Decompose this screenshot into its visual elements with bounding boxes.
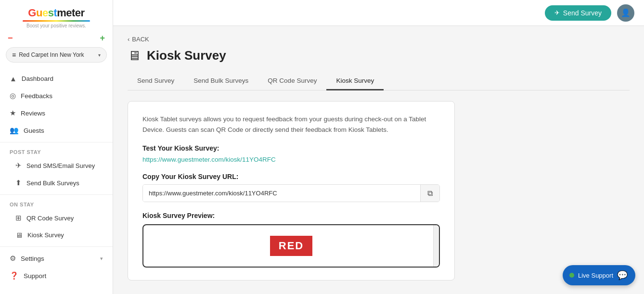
chevron-left-icon: ‹ bbox=[128, 36, 129, 43]
main-content: ✈ Send Survey 👤 ‹ BACK 🖥 Kiosk Survey Se… bbox=[113, 0, 644, 294]
upload-icon: ⬆ bbox=[15, 179, 22, 187]
sidebar-item-qr-code-survey[interactable]: ⊞ QR Code Survey bbox=[0, 209, 113, 227]
sidebar-item-guests[interactable]: 👥 Guests bbox=[0, 122, 113, 139]
qr-icon: ⊞ bbox=[15, 214, 22, 222]
sidebar-item-feedbacks[interactable]: ◎ Feedbacks bbox=[0, 87, 113, 104]
sidebar-actions: − + bbox=[0, 31, 113, 47]
test-kiosk-link[interactable]: https://www.guestmeter.com/kiosk/11YO4RF… bbox=[142, 156, 440, 163]
url-input[interactable] bbox=[143, 185, 420, 202]
content-area: ‹ BACK 🖥 Kiosk Survey Send Survey Send B… bbox=[113, 26, 644, 294]
monitor-icon: 🖥 bbox=[15, 231, 23, 239]
sidebar-item-send-bulk[interactable]: ⬆ Send Bulk Surveys bbox=[0, 174, 113, 192]
back-button[interactable]: ‹ BACK bbox=[128, 36, 630, 43]
sidebar-item-label: Dashboard bbox=[22, 75, 53, 82]
sidebar-item-reviews[interactable]: ★ Reviews bbox=[0, 104, 113, 122]
help-icon: ❓ bbox=[10, 271, 19, 280]
send-survey-label: Send Survey bbox=[563, 9, 602, 17]
preview-label: Kiosk Survey Preview: bbox=[142, 212, 440, 219]
main-nav: ▲ Dashboard ◎ Feedbacks ★ Reviews 👥 Gues… bbox=[0, 67, 113, 287]
page-header: 🖥 Kiosk Survey bbox=[128, 48, 630, 64]
send-survey-button[interactable]: ✈ Send Survey bbox=[545, 5, 611, 21]
logo-tagline: Boost your positive reviews. bbox=[26, 23, 86, 28]
sidebar-item-label: Settings bbox=[21, 255, 44, 262]
venue-label: Red Carpet Inn New York bbox=[19, 51, 84, 58]
section-label-post-stay: Post Stay bbox=[0, 145, 113, 157]
menu-icon: ≡ bbox=[12, 51, 16, 59]
sidebar-item-label: QR Code Survey bbox=[26, 215, 74, 222]
logo-bar bbox=[23, 20, 90, 22]
tab-send-bulk-surveys[interactable]: Send Bulk Surveys bbox=[184, 72, 258, 90]
divider bbox=[0, 246, 113, 247]
logo-container: Guestmeter Boost your positive reviews. bbox=[0, 0, 113, 31]
sidebar-item-dashboard[interactable]: ▲ Dashboard bbox=[0, 70, 113, 87]
kiosk-icon: 🖥 bbox=[128, 48, 141, 64]
chat-icon: 💬 bbox=[617, 270, 628, 281]
sidebar-item-label: Reviews bbox=[21, 110, 45, 117]
card-description: Kiosk Tablet surveys allows you to reque… bbox=[142, 114, 440, 135]
live-support-widget[interactable]: Live Support 💬 bbox=[563, 265, 635, 285]
chevron-right-icon: ▾ bbox=[100, 256, 103, 262]
tab-kiosk-survey[interactable]: Kiosk Survey bbox=[326, 72, 384, 90]
chevron-down-icon: ▾ bbox=[98, 52, 101, 58]
red-logo: RED bbox=[270, 236, 312, 256]
expand-button[interactable]: + bbox=[100, 33, 105, 43]
feedbacks-icon: ◎ bbox=[10, 91, 16, 100]
section-label-on-stay: On Stay bbox=[0, 198, 113, 209]
dashboard-icon: ▲ bbox=[10, 75, 17, 83]
settings-icon: ⚙ bbox=[10, 254, 16, 263]
copy-url-label: Copy Your Kiosk Survey URL: bbox=[142, 173, 440, 180]
send-icon: ✈ bbox=[15, 161, 22, 170]
guests-icon: 👥 bbox=[10, 126, 19, 135]
online-indicator bbox=[569, 273, 574, 278]
sidebar-item-kiosk-survey[interactable]: 🖥 Kiosk Survey bbox=[0, 227, 113, 243]
survey-tabs: Send Survey Send Bulk Surveys QR Code Su… bbox=[128, 72, 630, 90]
preview-content: RED bbox=[143, 225, 439, 267]
kiosk-card: Kiosk Tablet surveys allows you to reque… bbox=[128, 101, 455, 281]
sidebar-item-label: Send Bulk Surveys bbox=[26, 179, 79, 187]
page-title: Kiosk Survey bbox=[147, 48, 226, 63]
divider bbox=[0, 142, 113, 142]
sidebar-item-support[interactable]: ❓ Support bbox=[0, 267, 113, 284]
sidebar-item-label: Feedbacks bbox=[21, 92, 52, 100]
venue-selector[interactable]: ≡ Red Carpet Inn New York ▾ bbox=[6, 47, 107, 63]
url-field-row: ⧉ bbox=[142, 184, 440, 202]
live-support-label: Live Support bbox=[578, 272, 613, 279]
test-survey-label: Test Your Kiosk Survey: bbox=[142, 144, 440, 152]
kiosk-preview-frame: RED bbox=[142, 224, 440, 268]
tab-qr-code-survey[interactable]: QR Code Survey bbox=[258, 72, 326, 90]
topbar: ✈ Send Survey 👤 bbox=[113, 0, 644, 26]
sidebar-item-label: Kiosk Survey bbox=[27, 231, 64, 239]
tab-send-survey[interactable]: Send Survey bbox=[128, 72, 184, 90]
sidebar-item-label: Guests bbox=[24, 127, 44, 134]
logo: Guestmeter bbox=[28, 7, 84, 19]
copy-icon: ⧉ bbox=[427, 189, 433, 198]
divider bbox=[0, 194, 113, 195]
sidebar-item-send-sms-email[interactable]: ✈ Send SMS/Email Survey bbox=[0, 157, 113, 174]
star-icon: ★ bbox=[10, 109, 16, 117]
sidebar-item-settings[interactable]: ⚙ Settings ▾ bbox=[0, 250, 113, 267]
paper-plane-icon: ✈ bbox=[554, 9, 560, 16]
sidebar: Guestmeter Boost your positive reviews. … bbox=[0, 0, 113, 294]
sidebar-item-label: Send SMS/Email Survey bbox=[26, 162, 95, 169]
collapse-button[interactable]: − bbox=[8, 33, 13, 43]
user-avatar-button[interactable]: 👤 bbox=[617, 4, 634, 22]
sidebar-item-label: Support bbox=[24, 272, 46, 280]
back-label: BACK bbox=[132, 36, 149, 43]
person-icon: 👤 bbox=[621, 8, 631, 17]
scrollbar[interactable] bbox=[433, 225, 439, 267]
copy-button[interactable]: ⧉ bbox=[420, 185, 439, 202]
